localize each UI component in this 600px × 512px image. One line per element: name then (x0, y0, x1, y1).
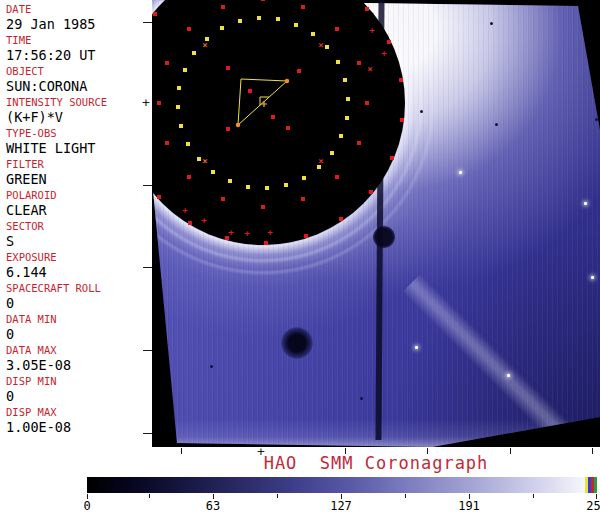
metadata-field: DATA MAX3.05E-08 (6, 344, 152, 375)
metadata-field: DISP MAX1.00E-08 (6, 406, 152, 437)
axis-tick-left (143, 433, 152, 434)
field-value: CLEAR (6, 202, 152, 218)
metadata-field: SPACECRAFT ROLL0 (6, 282, 152, 313)
metadata-field: DATA MIN0 (6, 313, 152, 344)
fiducial-square-marker (261, 0, 265, 1)
fiducial-square-marker (228, 179, 232, 183)
star (584, 202, 587, 205)
coronagraph-viewer-window: DATE29 Jan 1985TIME17:56:20 UTOBJECTSUN:… (0, 0, 600, 512)
field-value: 17:56:20 UT (6, 47, 152, 63)
image-title: HAO SMM Coronagraph (152, 453, 600, 473)
field-label: TYPE-OBS (6, 127, 152, 140)
fiducial-square-marker (302, 176, 306, 180)
metadata-field: DATE29 Jan 1985 (6, 3, 152, 34)
fiducial-plus-marker: + (244, 229, 249, 238)
colorbar-tick-label: 191 (458, 499, 480, 512)
fiducial-square-marker (336, 60, 340, 64)
field-label: SPACECRAFT ROLL (6, 282, 152, 295)
field-label: INTENSITY SOURCE (6, 96, 152, 109)
field-value: 3.05E-08 (6, 357, 152, 373)
fiducial-square-marker (399, 78, 403, 82)
fiducial-x-marker: × (202, 41, 207, 50)
fiducial-square-marker (343, 78, 347, 82)
fiducial-square-marker (197, 157, 201, 161)
fiducial-square-marker (176, 105, 180, 109)
metadata-field: SECTORS (6, 220, 152, 251)
fiducial-square-marker (226, 66, 230, 70)
fiducial-square-marker (187, 27, 191, 31)
fiducial-square-marker (294, 23, 298, 27)
field-label: DISP MAX (6, 406, 152, 419)
fiducial-square-marker (179, 124, 183, 128)
star (415, 346, 418, 349)
fiducial-square-marker (211, 170, 215, 174)
dust-spot (281, 327, 313, 359)
field-label: EXPOSURE (6, 251, 152, 264)
axis-tick-left (143, 267, 152, 268)
fiducial-square-marker (188, 221, 192, 225)
fiducial-square-marker (221, 197, 225, 201)
field-value: (K+F)*V (6, 109, 152, 125)
metadata-field: EXPOSURE6.144 (6, 251, 152, 282)
fiducial-square-marker (284, 183, 288, 187)
fiducial-square-marker (365, 7, 369, 11)
fiducial-square-marker (346, 97, 350, 101)
fiducial-square-marker (261, 205, 265, 209)
axis-tick-left (143, 350, 152, 351)
fiducial-square-marker (335, 175, 339, 179)
colorbar-tick-label: 127 (330, 499, 352, 512)
axis-plus-marker-left: + (142, 95, 150, 110)
colorbar-minor-tick (533, 494, 534, 498)
field-value: WHITE LIGHT (6, 140, 152, 156)
star (591, 276, 594, 279)
field-value: S (6, 233, 152, 249)
image-canvas: ×××××+++++++ (152, 0, 600, 447)
fiducial-square-marker (357, 61, 361, 65)
field-value: 0 (6, 388, 152, 404)
fiducial-square-marker (311, 32, 315, 36)
field-value: 6.144 (6, 264, 152, 280)
metadata-field: TIME17:56:20 UT (6, 34, 152, 65)
fiducial-square-marker (301, 197, 305, 201)
colorbar-tick-label: 63 (206, 499, 220, 512)
metadata-field: FILTERGREEN (6, 158, 152, 189)
field-label: DISP MIN (6, 375, 152, 388)
metadata-field: DISP MIN0 (6, 375, 152, 406)
star (507, 374, 510, 377)
fiducial-square-marker (390, 156, 394, 160)
fiducial-square-marker (365, 101, 369, 105)
colorbar-minor-tick (149, 494, 150, 498)
fiducial-square-marker (246, 185, 250, 189)
fiducial-square-marker (335, 27, 339, 31)
fiducial-square-marker (297, 69, 301, 73)
dark-speck (420, 110, 423, 113)
fiducial-plus-marker: + (182, 206, 187, 215)
metadata-field: OBJECTSUN:CORONA (6, 65, 152, 96)
fiducial-square-marker (221, 5, 225, 9)
fiducial-square-marker (400, 118, 404, 122)
fiducial-square-marker (304, 234, 308, 238)
colorbar-tick-label: 255 (586, 499, 600, 512)
dark-speck (495, 123, 498, 126)
fiducial-square-marker (157, 195, 161, 199)
field-value: 29 Jan 1985 (6, 16, 152, 32)
field-label: SECTOR (6, 220, 152, 233)
axis-tick-left (143, 185, 152, 186)
fiducial-plus-marker: + (228, 228, 233, 237)
fiducial-square-marker (238, 19, 242, 23)
metadata-field: INTENSITY SOURCE(K+F)*V (6, 96, 152, 127)
field-label: DATA MAX (6, 344, 152, 357)
fiducial-square-marker (183, 68, 187, 72)
field-value: SUN:CORONA (6, 78, 152, 94)
fiducial-square-marker (186, 142, 190, 146)
fiducial-square-marker (387, 40, 391, 44)
fiducial-square-marker (177, 86, 181, 90)
colorbar-end-stripe (594, 477, 597, 493)
fiducial-square-marker (226, 127, 230, 131)
field-value: 0 (6, 326, 152, 342)
field-value: 1.00E-08 (6, 419, 152, 435)
coronal-streamer (391, 261, 589, 447)
field-label: POLAROID (6, 189, 152, 202)
fiducial-x-marker: × (202, 157, 207, 166)
fiducial-square-marker (153, 12, 157, 16)
